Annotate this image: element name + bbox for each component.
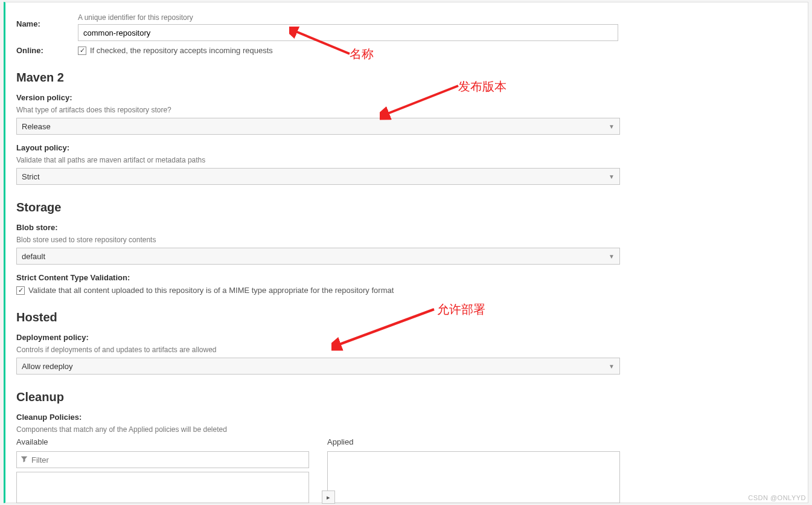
chevron-down-icon: ▼ [609,173,615,180]
name-label: Name: [16,13,78,28]
blob-store-label: Blob store: [16,223,797,232]
cleanup-section-title: Cleanup [16,390,797,404]
name-input[interactable] [78,24,618,41]
version-policy-value: Release [22,122,51,131]
maven-section-title: Maven 2 [16,71,797,85]
deploy-policy-hint: Controls if deployments of and updates t… [16,346,797,354]
layout-policy-select[interactable]: Strict ▼ [16,168,620,185]
version-policy-select[interactable]: Release ▼ [16,118,620,135]
deploy-policy-label: Deployment policy: [16,333,797,342]
deploy-policy-select[interactable]: Allow redeploy ▼ [16,358,620,375]
version-policy-hint: What type of artifacts does this reposit… [16,106,797,114]
filter-icon [21,455,28,465]
strict-validation-label: Strict Content Type Validation: [16,273,797,282]
applied-listbox[interactable] [327,451,620,503]
online-checkbox[interactable] [78,47,86,55]
applied-label: Applied [327,437,620,446]
name-hint: A unique identifier for this repository [78,13,797,22]
storage-section-title: Storage [16,201,797,214]
hosted-section-title: Hosted [16,310,797,324]
blob-store-value: default [22,252,45,261]
chevron-down-icon: ▼ [609,363,615,370]
cleanup-policies-label: Cleanup Policies: [16,413,797,422]
layout-policy-value: Strict [22,172,40,181]
version-policy-label: Version policy: [16,93,797,102]
move-right-button[interactable]: ▸ [322,491,335,504]
strict-validation-text: Validate that all content uploaded to th… [28,286,394,295]
available-filter-input[interactable] [31,455,305,465]
online-label: Online: [16,46,78,55]
repository-config-form: Name: A unique identifier for this repos… [4,2,808,503]
deploy-policy-value: Allow redeploy [22,362,73,371]
available-filter[interactable] [16,451,309,468]
layout-policy-hint: Validate that all paths are maven artifa… [16,156,797,164]
cleanup-policies-hint: Components that match any of the Applied… [16,425,797,434]
chevron-down-icon: ▼ [609,123,615,130]
watermark: CSDN @ONLYYD [748,494,806,501]
strict-validation-checkbox[interactable] [16,286,25,295]
available-listbox[interactable] [16,472,309,503]
available-label: Available [16,437,309,446]
online-checkbox-label: If checked, the repository accepts incom… [90,46,273,55]
chevron-down-icon: ▼ [609,253,615,260]
blob-store-hint: Blob store used to store repository cont… [16,236,797,244]
blob-store-select[interactable]: default ▼ [16,248,620,265]
layout-policy-label: Layout policy: [16,143,797,152]
